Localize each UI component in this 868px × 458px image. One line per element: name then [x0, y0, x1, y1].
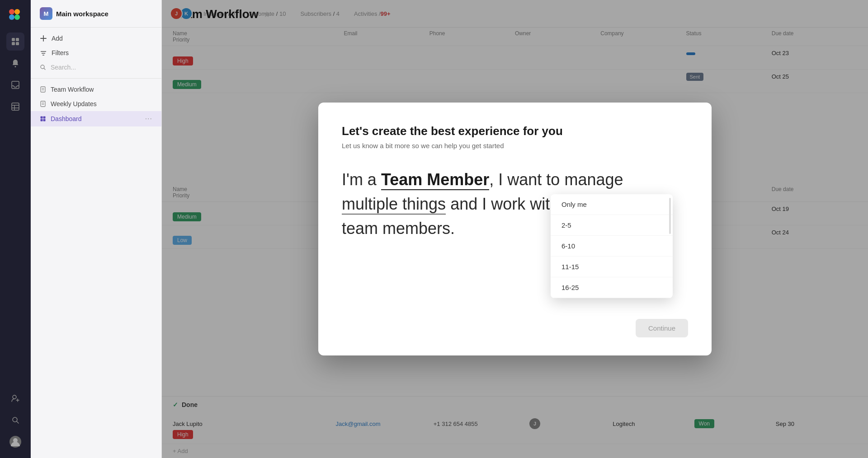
dropdown-item-only-me[interactable]: Only me — [551, 194, 673, 215]
dropdown-item-2-5[interactable]: 2-5 — [551, 215, 673, 236]
sidebar-icon-rail — [0, 0, 31, 458]
plus-icon — [40, 35, 47, 42]
filters-button[interactable]: Filters — [31, 46, 161, 60]
add-button[interactable]: Add — [31, 31, 161, 46]
svg-point-0 — [9, 9, 14, 14]
search-input-container[interactable]: Search... — [31, 60, 161, 75]
svg-rect-6 — [12, 42, 15, 45]
continue-button[interactable]: Continue — [636, 319, 688, 337]
role-selector[interactable]: Team Member — [381, 170, 489, 190]
svg-rect-35 — [43, 117, 46, 119]
person-add-icon[interactable] — [6, 389, 24, 407]
svg-line-18 — [17, 421, 19, 423]
svg-point-8 — [14, 66, 16, 67]
modal-title: Let's create the best experience for you — [342, 124, 688, 138]
search-icon[interactable] — [6, 411, 24, 429]
user-avatar-icon[interactable] — [6, 433, 24, 451]
svg-rect-31 — [41, 101, 45, 107]
workspace-name: Main workspace — [56, 10, 108, 18]
dropdown-scrollbar — [669, 198, 671, 234]
table-icon[interactable] — [6, 98, 24, 116]
modal-subtitle: Let us know a bit more so we can help yo… — [342, 142, 688, 150]
grid-icon[interactable] — [6, 33, 24, 51]
svg-point-14 — [13, 395, 16, 399]
size-dropdown[interactable]: Only me 2-5 6-10 11-15 16-25 — [551, 194, 673, 298]
svg-rect-10 — [12, 103, 19, 110]
svg-rect-28 — [41, 87, 45, 92]
svg-rect-5 — [16, 38, 19, 41]
dashboard-icon — [40, 116, 46, 122]
svg-rect-7 — [16, 42, 19, 45]
modal-footer: Continue — [636, 319, 688, 337]
dropdown-item-16-25[interactable]: 16-25 — [551, 277, 673, 298]
sidebar-bottom — [6, 389, 24, 451]
nav-items: Team Workflow Weekly Updates Dashboard ·… — [31, 79, 161, 130]
svg-point-3 — [14, 14, 20, 20]
svg-point-2 — [9, 14, 14, 20]
svg-rect-36 — [41, 119, 43, 122]
svg-rect-4 — [12, 38, 15, 41]
modal-overlay[interactable]: Let's create the best experience for you… — [162, 0, 868, 458]
workspace-avatar: M — [40, 7, 52, 20]
left-nav: M Main workspace Add Filters Search.. — [31, 0, 162, 458]
nav-item-weekly-updates[interactable]: Weekly Updates — [31, 97, 161, 111]
svg-rect-37 — [43, 119, 46, 122]
filter-icon — [40, 49, 47, 56]
nav-item-team-workflow[interactable]: Team Workflow — [31, 82, 161, 97]
nav-actions: Add Filters Search... — [31, 28, 161, 79]
bell-icon[interactable] — [6, 54, 24, 72]
app-logo[interactable] — [7, 7, 24, 23]
page-icon-2 — [40, 101, 46, 107]
nav-item-dashboard[interactable]: Dashboard ··· — [31, 111, 161, 126]
main-content: J K Integrate / 0 Automate / 10 Subscrib… — [162, 0, 868, 458]
svg-line-27 — [44, 68, 45, 70]
search-nav-icon — [40, 64, 46, 70]
inbox-icon[interactable] — [6, 76, 24, 94]
dropdown-item-6-10[interactable]: 6-10 — [551, 236, 673, 257]
svg-rect-34 — [41, 117, 43, 119]
page-icon — [40, 86, 46, 93]
workspace-header[interactable]: M Main workspace — [31, 0, 161, 28]
nav-item-options[interactable]: ··· — [145, 115, 152, 123]
svg-point-1 — [14, 9, 20, 14]
dropdown-item-11-15[interactable]: 11-15 — [551, 257, 673, 277]
manage-selector[interactable]: multiple things — [342, 195, 446, 215]
